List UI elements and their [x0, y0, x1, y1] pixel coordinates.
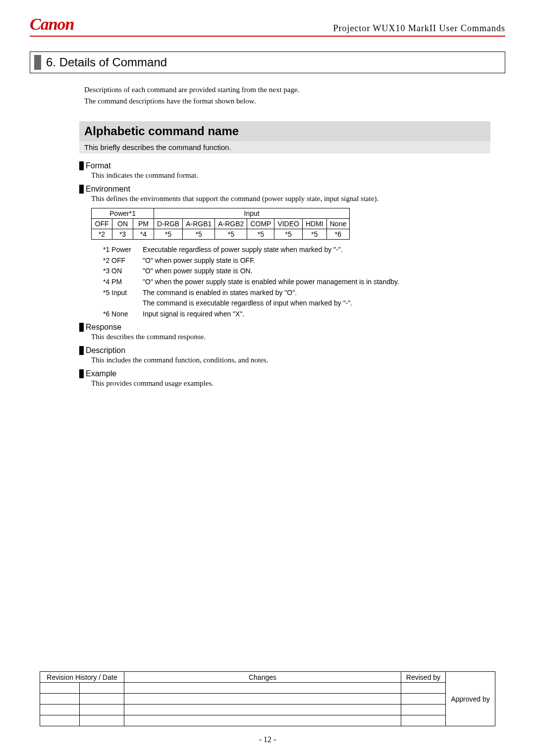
note-val: "O" when power supply state is OFF.	[143, 255, 255, 266]
env-col: D-RGB	[154, 219, 183, 229]
note-val: "O" when the power supply state is enabl…	[143, 277, 399, 288]
environment-desc: This defines the environments that suppo…	[91, 195, 505, 203]
response-label: Response	[86, 323, 121, 332]
table-row	[40, 715, 495, 726]
table-row	[40, 683, 495, 694]
env-val: *5	[274, 229, 303, 240]
note-key: *6 None	[103, 309, 143, 320]
section-bar-icon	[34, 55, 41, 70]
revision-table: Revision History / Date Changes Revised …	[40, 671, 495, 726]
env-col: A-RGB1	[183, 219, 215, 229]
bullet-bar-icon	[79, 369, 84, 378]
note-row: The command is executable regardless of …	[103, 298, 505, 309]
response-heading: Response	[79, 323, 505, 332]
note-row: *4 PM "O" when the power supply state is…	[103, 277, 505, 288]
example-heading: Example	[79, 369, 505, 378]
env-val: *5	[215, 229, 247, 240]
note-val: The command is executable regardless of …	[143, 298, 352, 309]
environment-table-wrap: Power*1 Input OFF ON PM D-RGB A-RGB1 A-R…	[91, 208, 505, 240]
intro-line: The command descriptions have the format…	[84, 96, 505, 107]
bullet-bar-icon	[79, 185, 84, 194]
env-val: *2	[92, 229, 112, 240]
environment-table: Power*1 Input OFF ON PM D-RGB A-RGB1 A-R…	[91, 208, 350, 240]
example-desc: This provides command usage examples.	[91, 379, 505, 388]
rev-header: Approved by	[446, 672, 495, 726]
note-key: *2 OFF	[103, 255, 143, 266]
note-val: "O" when power supply state is ON.	[143, 266, 253, 277]
format-heading: Format	[79, 161, 505, 170]
env-val: *4	[133, 229, 154, 240]
brand-logo: Canon	[30, 15, 74, 34]
env-col: OFF	[92, 219, 112, 229]
page-number: - 12 -	[0, 735, 535, 744]
table-row: Power*1 Input	[92, 208, 350, 219]
command-name-title: Alphabetic command name	[79, 121, 490, 141]
format-desc: This indicates the command format.	[91, 171, 505, 180]
table-row	[40, 694, 495, 705]
note-key	[103, 298, 143, 309]
env-col: COMP	[247, 219, 274, 229]
note-key: *3 ON	[103, 266, 143, 277]
revision-table-wrap: Revision History / Date Changes Revised …	[40, 671, 495, 726]
page-header: Canon Projector WUX10 MarkII User Comman…	[30, 15, 505, 37]
section-heading-box: 6. Details of Command	[30, 51, 505, 73]
env-col: HDMI	[302, 219, 326, 229]
note-row: *3 ON "O" when power supply state is ON.	[103, 266, 505, 277]
env-val: *5	[154, 229, 183, 240]
format-label: Format	[86, 161, 111, 170]
bullet-bar-icon	[79, 346, 84, 355]
env-col: ON	[112, 219, 133, 229]
command-format-box: Alphabetic command name This briefly des…	[79, 121, 490, 153]
environment-label: Environment	[86, 185, 130, 194]
table-row: OFF ON PM D-RGB A-RGB1 A-RGB2 COMP VIDEO…	[92, 219, 350, 229]
rev-header: Revised by	[401, 672, 446, 683]
document-title: Projector WUX10 MarkII User Commands	[333, 23, 505, 34]
env-col: A-RGB2	[215, 219, 247, 229]
env-group-input: Input	[154, 208, 350, 219]
note-val: The command is enabled in states marked …	[143, 288, 297, 299]
response-desc: This describes the command response.	[91, 333, 505, 341]
description-desc: This includes the command function, cond…	[91, 356, 505, 364]
description-label: Description	[86, 346, 125, 355]
intro-line: Descriptions of each command are provide…	[84, 84, 505, 96]
env-group-power: Power*1	[92, 208, 154, 219]
section-title: 6. Details of Command	[46, 55, 167, 69]
note-row: *6 None Input signal is required when "X…	[103, 309, 505, 320]
note-val: Input signal is required when "X".	[143, 309, 244, 320]
environment-notes: *1 Power Executable regardless of power …	[103, 245, 505, 320]
table-row: *2 *3 *4 *5 *5 *5 *5 *5 *5 *6	[92, 229, 350, 240]
description-heading: Description	[79, 346, 505, 355]
bullet-bar-icon	[79, 323, 84, 332]
rev-header: Changes	[124, 672, 401, 683]
note-row: *2 OFF "O" when power supply state is OF…	[103, 255, 505, 266]
env-val: *5	[302, 229, 326, 240]
command-brief: This briefly describes the command funct…	[79, 141, 490, 153]
note-key: *1 Power	[103, 245, 143, 255]
rev-header: Revision History / Date	[40, 672, 124, 683]
environment-heading: Environment	[79, 185, 505, 194]
table-row	[40, 705, 495, 715]
example-label: Example	[86, 369, 116, 378]
table-row: Revision History / Date Changes Revised …	[40, 672, 495, 683]
bullet-bar-icon	[79, 161, 84, 170]
note-val: Executable regardless of power supply st…	[143, 245, 343, 255]
env-val: *3	[112, 229, 133, 240]
env-val: *5	[247, 229, 274, 240]
env-col: PM	[133, 219, 154, 229]
env-col: None	[326, 219, 349, 229]
env-val: *5	[183, 229, 215, 240]
intro-text: Descriptions of each command are provide…	[84, 84, 505, 106]
env-col: VIDEO	[274, 219, 303, 229]
note-key: *4 PM	[103, 277, 143, 288]
env-val: *6	[326, 229, 349, 240]
note-row: *1 Power Executable regardless of power …	[103, 245, 505, 255]
note-key: *5 Input	[103, 288, 143, 299]
note-row: *5 Input The command is enabled in state…	[103, 288, 505, 299]
